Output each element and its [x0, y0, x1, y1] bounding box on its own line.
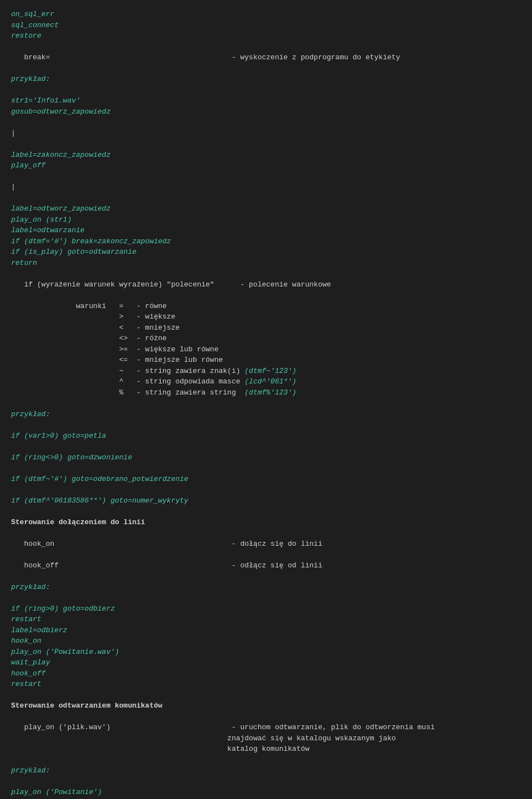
sterowanie-dolaczeniem-heading: Sterowanie dołączeniem do linii — [11, 518, 145, 526]
play-on-str1: play_on (str1) — [11, 216, 71, 224]
if-dtmf-hash: if (dtmf~'#') goto=odebrano_potwierdzeni… — [11, 475, 188, 483]
play-on-powitanie: play_on ('Powitanie') — [11, 788, 102, 796]
play-on-syntax: play_on ('plik.wav') - uruchom odtwarzan… — [11, 723, 435, 753]
label-odtworz: label=odtworz_zapowiedz — [11, 204, 110, 213]
pipe-1: | — [11, 129, 16, 137]
przyklad-label-1: przykład: — [11, 75, 50, 83]
if-dtmf-break: if (dtmf='#') break=zakoncz_zapowiedz — [11, 237, 171, 245]
warunek-tilde: ~ - string zawiera znak(i) (dtmf~'123') — [119, 367, 296, 375]
example-hook-off: hook_off — [11, 669, 45, 678]
break-command: break= - wyskoczenie z podprogramu do et… — [24, 53, 400, 62]
hook-on-cmd: hook_on - dołącz się do linii — [24, 540, 322, 548]
example-hook-on: hook_on — [11, 637, 42, 645]
pipe-2: | — [11, 183, 16, 191]
warunek-lt: < - mniejsze — [119, 324, 180, 332]
on-sql-err: on_sql_err — [11, 10, 54, 18]
example-play-on-powitanie: play_on ('Powitanie.wav') — [11, 648, 119, 656]
str1-line: str1='Info1.wav' — [11, 96, 80, 105]
sterowanie-odtwarzaniem-heading: Sterowanie odtwarzaniem komunikatów — [11, 701, 162, 710]
gosub-line: gosub=odtworz_zapowiedz — [11, 107, 110, 116]
warunek-percent: % - string zawiera string (dtmf%'123') — [119, 388, 296, 397]
przyklad-label-2: przykład: — [11, 410, 50, 418]
example-label-odbierz: label=odbierz — [11, 626, 67, 634]
sql-connect: sql_connect — [11, 21, 59, 29]
warunki-label: warunki = - równe — [76, 302, 167, 310]
example-restart-1: restart — [11, 615, 42, 623]
restore: restore — [11, 32, 42, 40]
warunek-caret: ^ - string odpowiada masce (lcd^'061*') — [119, 377, 296, 386]
if-ring: if (ring<>0) goto=dzwonienie — [11, 453, 132, 462]
if-dtmf-numer: if (dtmf^'06183586**') goto=numer_wykryt… — [11, 496, 188, 505]
if-syntax: if (wyrażenie warunek wyrażenie) "polece… — [24, 280, 331, 289]
documentation-content: on_sql_err sql_connect restore break= - … — [11, 9, 521, 799]
przyklad-label-4: przykład: — [11, 766, 50, 775]
warunek-lte: <= - mniejsze lub równe — [119, 356, 223, 364]
return-cmd: return — [11, 259, 37, 267]
play-off-1: play_off — [11, 161, 45, 170]
hook-off-cmd: hook_off - odłącz się od linii — [24, 561, 322, 570]
example-ring-goto: if (ring>0) goto=odbierz — [11, 605, 115, 613]
if-var1: if (var1>0) goto=petla — [11, 432, 106, 440]
warunek-gt: > - większe — [119, 313, 175, 321]
label-zakoncz: label=zakoncz_zapowiedz — [11, 151, 110, 159]
example-restart-2: restart — [11, 680, 42, 688]
example-wait-play: wait_play — [11, 658, 50, 667]
warunek-ne: <> - różne — [119, 334, 167, 342]
warunek-gte: >= - większe lub równe — [119, 345, 218, 354]
przyklad-label-3: przykład: — [11, 583, 50, 591]
label-odtwarzanie: label=odtwarzanie — [11, 226, 85, 234]
if-isplay-goto: if (is_play) goto=odtwarzanie — [11, 248, 136, 256]
